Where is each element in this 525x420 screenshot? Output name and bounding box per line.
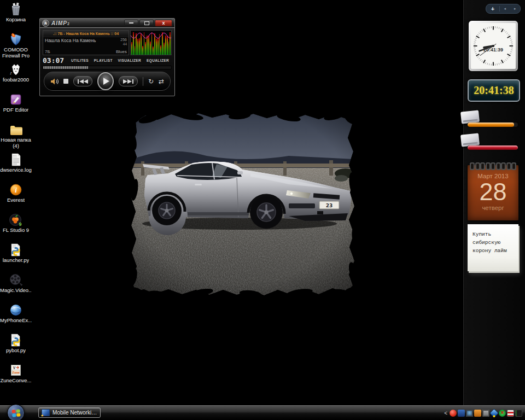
spectrum-bar xyxy=(168,42,170,55)
comodo-tray-icon[interactable] xyxy=(450,410,457,417)
clock-digital-time: 20:41:39 xyxy=(471,47,516,52)
aimp-titlebar[interactable]: A AIMP2 x xyxy=(40,19,174,28)
drive1-fill xyxy=(468,122,514,127)
drive-usage-bar xyxy=(468,122,518,127)
log-file-icon xyxy=(8,152,24,167)
aimp-display: .:: 7Б - Нашла Коса На Камень :: 04 Нашл… xyxy=(43,30,172,55)
hard-drive-icon xyxy=(460,133,480,147)
calendar-day: 28 xyxy=(468,179,518,205)
desktop: 23 xyxy=(0,0,525,420)
wallpaper-image: 23 xyxy=(125,108,361,302)
calendar-weekday: четверг xyxy=(468,205,518,211)
python-file-icon xyxy=(8,332,24,348)
spectrum-bar xyxy=(164,43,165,55)
spectrum-bar xyxy=(131,42,132,55)
close-button[interactable]: x xyxy=(155,20,172,27)
tab-playlist[interactable]: PLAYLIST xyxy=(94,59,113,62)
taskbar: Mobile Networking Wi... < xyxy=(0,405,525,420)
track-meta: 256 44 xyxy=(120,38,127,49)
track-title: Нашла Коса На Камень xyxy=(45,38,96,49)
clock-face: 20:41:39 xyxy=(471,23,516,69)
next-page-arrow[interactable]: ▸ xyxy=(510,7,521,11)
elapsed-time-display: 03:07 xyxy=(43,56,64,65)
power-tray-icon[interactable] xyxy=(515,410,522,417)
genre-label: Blues xyxy=(116,49,127,54)
analog-clock-gadget[interactable]: 20:41:39 xyxy=(469,21,518,71)
spectrum-bar xyxy=(158,38,159,55)
desktop-icon-fl-studio[interactable]: 9 FL Studio 9 xyxy=(0,212,32,242)
antivirus-alert-tray-icon[interactable] xyxy=(499,410,506,417)
artist-label: 7Б xyxy=(45,49,50,54)
icon-label: foobar2000 xyxy=(3,77,29,83)
desktop-icon-recycle-bin[interactable]: Корзина xyxy=(0,2,32,32)
spectrum-bar xyxy=(150,42,151,55)
pdf-editor-icon xyxy=(8,92,24,107)
desktop-icon-foobar2000[interactable]: ♪ foobar2000 xyxy=(0,62,32,92)
desktop-icon-zune-converter[interactable]: V Zune ZuneConve... xyxy=(0,363,32,393)
stop-icon xyxy=(63,79,68,84)
previous-icon xyxy=(77,79,89,84)
digital-clock-gadget[interactable]: 20:41:38 xyxy=(468,79,520,102)
svg-text:i: i xyxy=(15,186,17,194)
icon-label: launcher.py xyxy=(3,258,30,264)
desktop-icon-launcher-py[interactable]: launcher.py xyxy=(0,242,32,272)
oscilloscope-line xyxy=(131,31,172,40)
keyboard-layout-flag-icon[interactable] xyxy=(507,410,514,417)
desktop-icon-magic-video[interactable]: Magic.Video... xyxy=(0,272,32,302)
svg-text:♪: ♪ xyxy=(10,71,12,75)
icon-label: Everest xyxy=(7,197,25,203)
play-button[interactable] xyxy=(97,72,113,90)
repeat-button[interactable]: ↻ xyxy=(148,78,154,85)
tab-equalizer[interactable]: EQUALIZER xyxy=(147,59,169,62)
start-button[interactable] xyxy=(7,404,25,420)
drive2-fill xyxy=(468,145,518,150)
icon-label: pybot.py xyxy=(6,348,26,354)
seek-bar[interactable] xyxy=(43,66,172,69)
system-tray-icon[interactable] xyxy=(482,410,489,417)
controls-separator xyxy=(143,77,143,86)
aimp-window: A AIMP2 x .:: 7Б - Нашла Коса На Камень … xyxy=(39,18,175,96)
tab-visualizer[interactable]: VISUALIZER xyxy=(118,59,142,62)
icon-label: MyPhoneEx... xyxy=(0,318,32,324)
task-label: Mobile Networking Wi... xyxy=(52,410,97,416)
aimp-tray-icon[interactable] xyxy=(458,410,465,417)
previous-button[interactable] xyxy=(73,76,92,86)
minimize-button[interactable] xyxy=(124,20,138,27)
update-tray-icon[interactable] xyxy=(474,410,481,417)
add-gadget-button[interactable]: + xyxy=(486,5,499,12)
gadget-sidebar: + ◂ ▸ 20:41:39 20:41:38 xyxy=(463,0,525,406)
next-button[interactable] xyxy=(119,76,138,86)
shuffle-button[interactable]: ⇄ xyxy=(159,78,164,85)
desktop-icon-pdf-editor[interactable]: PDF Editor xyxy=(0,92,32,122)
taskbar-task-button[interactable]: Mobile Networking Wi... xyxy=(38,407,101,418)
recycle-bin-icon xyxy=(8,2,24,17)
desktop-icon-dwservice-log[interactable]: dwservice.log xyxy=(0,152,32,182)
display-tray-icon[interactable] xyxy=(466,410,473,417)
tab-utilites[interactable]: UTILITES xyxy=(71,59,89,62)
desktop-icon-column: Корзина COMODO Firewall Pro ♪ foobar2000 xyxy=(0,2,32,393)
spectrum-bar xyxy=(139,38,140,55)
desktop-icon-pybot-py[interactable]: pybot.py xyxy=(0,332,32,363)
sticky-note-gadget[interactable]: Купить сибирскую корону лайм xyxy=(468,224,518,271)
system-tray: < xyxy=(444,406,522,420)
drive-usage-bar xyxy=(468,145,518,150)
zune-converter-icon: V Zune xyxy=(8,363,24,378)
stop-button[interactable] xyxy=(63,79,68,84)
desktop-icon-comodo-firewall[interactable]: COMODO Firewall Pro xyxy=(0,32,32,62)
maximize-button[interactable] xyxy=(139,20,154,27)
drive-meter-gadget-2[interactable] xyxy=(464,134,525,159)
spectrum-bar xyxy=(160,45,161,55)
spectrum-visualizer[interactable] xyxy=(130,30,172,55)
desktop-icon-myphoneexplorer[interactable]: MyPhoneEx... xyxy=(0,302,32,332)
desktop-icon-everest[interactable]: i Everest xyxy=(0,182,32,212)
calendar-gadget[interactable]: Март 2013 28 четверг xyxy=(468,165,518,220)
seek-bar-fill xyxy=(43,66,88,69)
drive-meter-gadget-1[interactable] xyxy=(464,111,525,136)
folder-icon xyxy=(8,122,24,137)
previous-page-arrow[interactable]: ◂ xyxy=(500,7,510,11)
icon-label: dwservice.log xyxy=(0,167,32,173)
desktop-icon-new-folder[interactable]: Новая папка (4) xyxy=(0,122,32,152)
tray-expand-chevron[interactable]: < xyxy=(444,410,447,416)
volume-button[interactable] xyxy=(50,78,59,85)
myphoneexplorer-tray-icon[interactable] xyxy=(490,409,498,417)
